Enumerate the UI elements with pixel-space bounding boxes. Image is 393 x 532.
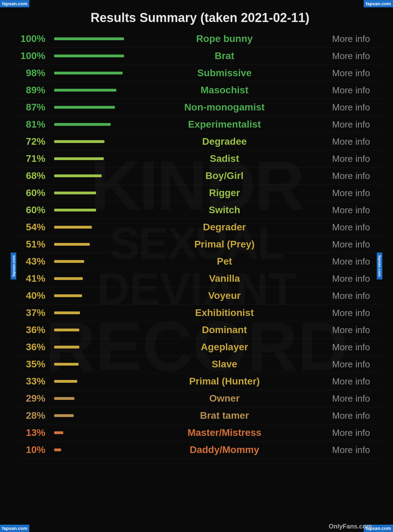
more-info-button[interactable]: More info — [320, 339, 383, 356]
bar-fill — [54, 414, 74, 417]
bar-fill — [54, 397, 74, 400]
page-title: Results Summary (taken 2021-02-11) — [17, 3, 383, 30]
more-info-button[interactable]: More info — [320, 48, 383, 65]
percent-value: 29% — [17, 390, 49, 407]
more-info-button[interactable]: More info — [320, 99, 383, 116]
results-table: 100% Rope bunny More info 100% Brat More… — [17, 30, 383, 459]
table-row: 51% Primal (Prey) More info — [17, 236, 383, 253]
more-info-button[interactable]: More info — [320, 133, 383, 150]
table-row: 35% Slave More info — [17, 356, 383, 373]
bar-fill — [54, 329, 79, 331]
percent-value: 98% — [17, 65, 49, 82]
more-info-button[interactable]: More info — [320, 202, 383, 219]
table-row: 36% Dominant More info — [17, 322, 383, 339]
more-info-button[interactable]: More info — [320, 373, 383, 390]
more-info-button[interactable]: More info — [320, 30, 383, 48]
bar-fill — [54, 55, 124, 57]
percent-value: 13% — [17, 424, 49, 441]
table-row: 37% Exhibitionist More info — [17, 304, 383, 322]
bar-cell — [49, 185, 129, 202]
bar-cell — [49, 407, 129, 424]
result-label: Primal (Hunter) — [129, 373, 320, 390]
table-row: 89% Masochist More info — [17, 82, 383, 99]
more-info-button[interactable]: More info — [320, 167, 383, 185]
bar-fill — [54, 260, 84, 263]
result-label: Degradee — [129, 133, 320, 150]
bar-fill — [54, 209, 96, 211]
percent-value: 36% — [17, 322, 49, 339]
bar-fill — [54, 72, 123, 74]
percent-value: 60% — [17, 185, 49, 202]
table-row: 13% Master/Mistress More info — [17, 424, 383, 441]
percent-value: 68% — [17, 167, 49, 185]
percent-value: 71% — [17, 150, 49, 167]
bar-fill — [54, 380, 77, 383]
result-label: Daddy/Mommy — [129, 441, 320, 459]
percent-value: 33% — [17, 373, 49, 390]
more-info-button[interactable]: More info — [320, 304, 383, 322]
table-row: 71% Sadist More info — [17, 150, 383, 167]
bar-fill — [54, 192, 96, 194]
more-info-button[interactable]: More info — [320, 424, 383, 441]
table-row: 43% Pet More info — [17, 253, 383, 270]
result-label: Rope bunny — [129, 30, 320, 48]
more-info-button[interactable]: More info — [320, 441, 383, 459]
percent-value: 81% — [17, 116, 49, 133]
bar-fill — [54, 346, 79, 348]
percent-value: 10% — [17, 441, 49, 459]
bar-cell — [49, 167, 129, 185]
percent-value: 43% — [17, 253, 49, 270]
bar-cell — [49, 202, 129, 219]
bar-fill — [54, 294, 82, 297]
more-info-button[interactable]: More info — [320, 185, 383, 202]
result-label: Brat — [129, 48, 320, 65]
percent-value: 35% — [17, 356, 49, 373]
percent-value: 100% — [17, 30, 49, 48]
bar-cell — [49, 65, 129, 82]
more-info-button[interactable]: More info — [320, 287, 383, 304]
more-info-button[interactable]: More info — [320, 390, 383, 407]
result-label: Rigger — [129, 185, 320, 202]
corner-badge-tl: fapsan.com — [0, 0, 29, 7]
result-label: Degrader — [129, 219, 320, 236]
table-row: 60% Rigger More info — [17, 185, 383, 202]
more-info-button[interactable]: More info — [320, 236, 383, 253]
bar-fill — [54, 174, 102, 177]
side-badge-left: fapsan.com — [11, 252, 16, 279]
bar-fill — [54, 311, 80, 314]
bar-fill — [54, 89, 116, 92]
more-info-button[interactable]: More info — [320, 356, 383, 373]
more-info-button[interactable]: More info — [320, 65, 383, 82]
more-info-button[interactable]: More info — [320, 150, 383, 167]
result-label: Experimentalist — [129, 116, 320, 133]
more-info-button[interactable]: More info — [320, 270, 383, 287]
bar-fill — [54, 277, 83, 280]
table-row: 28% Brat tamer More info — [17, 407, 383, 424]
table-row: 81% Experimentalist More info — [17, 116, 383, 133]
more-info-button[interactable]: More info — [320, 253, 383, 270]
percent-value: 41% — [17, 270, 49, 287]
bar-cell — [49, 219, 129, 236]
more-info-button[interactable]: More info — [320, 116, 383, 133]
more-info-button[interactable]: More info — [320, 219, 383, 236]
bar-fill — [54, 363, 79, 366]
bar-cell — [49, 99, 129, 116]
result-label: Primal (Prey) — [129, 236, 320, 253]
table-row: 100% Rope bunny More info — [17, 30, 383, 48]
percent-value: 89% — [17, 82, 49, 99]
result-label: Non-monogamist — [129, 99, 320, 116]
bar-fill — [54, 123, 111, 126]
bar-cell — [49, 30, 129, 48]
bar-fill — [54, 37, 124, 40]
more-info-button[interactable]: More info — [320, 322, 383, 339]
bar-cell — [49, 373, 129, 390]
bar-cell — [49, 390, 129, 407]
percent-value: 60% — [17, 202, 49, 219]
bar-cell — [49, 287, 129, 304]
bar-cell — [49, 356, 129, 373]
more-info-button[interactable]: More info — [320, 407, 383, 424]
percent-value: 40% — [17, 287, 49, 304]
bar-fill — [54, 243, 90, 246]
table-row: 36% Ageplayer More info — [17, 339, 383, 356]
more-info-button[interactable]: More info — [320, 82, 383, 99]
